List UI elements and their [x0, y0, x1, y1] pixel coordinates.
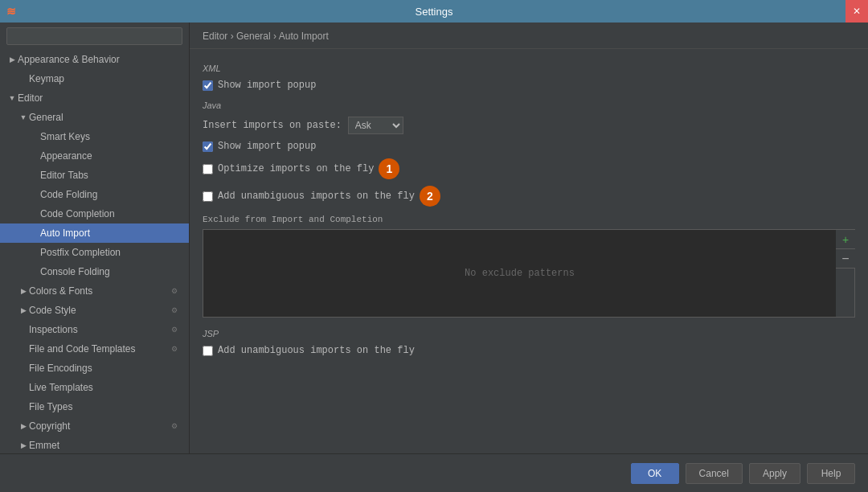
- window-title: Settings: [416, 6, 453, 18]
- search-box: [0, 23, 189, 50]
- java-section-label: Java: [203, 100, 855, 110]
- sidebar-label-colors-fonts: Colors & Fonts: [29, 284, 168, 298]
- bottom-bar: OK Cancel Apply Help: [0, 453, 868, 492]
- insert-imports-label: Insert imports on paste:: [203, 120, 342, 131]
- sidebar-label-appearance: Appearance: [40, 149, 182, 163]
- sidebar-item-code-style[interactable]: ▶Code Style⚙: [0, 301, 189, 320]
- sidebar-item-keymap[interactable]: Keymap: [0, 69, 189, 88]
- exclude-section: Exclude from Import and Completion No ex…: [203, 215, 855, 318]
- tree-arrow-editor: ▼: [6, 91, 18, 105]
- optimize-imports-row: Optimize imports on the fly 1: [203, 158, 855, 179]
- sidebar-label-smart-keys: Smart Keys: [40, 129, 182, 144]
- sidebar-item-console-folding[interactable]: Console Folding: [0, 262, 189, 281]
- remove-exclude-button[interactable]: −: [836, 249, 855, 269]
- exclude-label: Exclude from Import and Completion: [203, 215, 855, 224]
- tree-arrow-appearance-behavior: ▶: [6, 52, 18, 67]
- sidebar-label-file-encodings: File Encodings: [29, 361, 182, 375]
- sidebar-item-live-templates[interactable]: Live Templates: [0, 378, 189, 397]
- xml-show-import-row: Show import popup: [203, 80, 855, 91]
- apply-button[interactable]: Apply: [749, 463, 800, 484]
- java-show-import-row: Show import popup: [203, 141, 855, 152]
- sidebar-label-keymap: Keymap: [29, 72, 182, 86]
- title-bar: ≋ Settings ✕: [0, 0, 868, 23]
- app-logo: ≋: [6, 5, 16, 18]
- ok-button[interactable]: OK: [631, 463, 679, 484]
- sidebar-item-auto-import[interactable]: Auto Import: [0, 223, 189, 243]
- jsp-add-unambiguous-label: Add unambiguous imports on the fly: [218, 345, 415, 356]
- sidebar-item-appearance[interactable]: Appearance: [0, 146, 189, 166]
- add-exclude-button[interactable]: +: [836, 230, 855, 249]
- sidebar-label-inspections: Inspections: [29, 322, 168, 337]
- sidebar-label-code-completion: Code Completion: [40, 207, 182, 221]
- sidebar-label-code-folding: Code Folding: [40, 187, 182, 202]
- sidebar-item-general[interactable]: ▼General: [0, 108, 189, 127]
- tree-arrow-code-style: ▶: [18, 303, 29, 318]
- help-button[interactable]: Help: [807, 463, 855, 484]
- xml-section-label: XML: [203, 64, 855, 73]
- breadcrumb: Editor › General › Auto Import: [190, 23, 868, 49]
- sidebar-item-appearance-behavior[interactable]: ▶Appearance & Behavior: [0, 50, 189, 69]
- sidebar-item-emmet[interactable]: ▶Emmet: [0, 436, 189, 453]
- insert-imports-select[interactable]: Ask Always Never: [348, 117, 403, 134]
- sidebar-label-code-style: Code Style: [29, 303, 168, 318]
- jsp-add-unambiguous-row: Add unambiguous imports on the fly: [203, 345, 855, 356]
- close-button[interactable]: ✕: [845, 0, 868, 23]
- sidebar-item-editor-tabs[interactable]: Editor Tabs: [0, 166, 189, 185]
- sidebar-item-file-code-templates[interactable]: File and Code Templates⚙: [0, 339, 189, 359]
- jsp-section-label: JSP: [203, 329, 855, 338]
- search-input[interactable]: [6, 27, 182, 45]
- sidebar-label-console-folding: Console Folding: [40, 264, 182, 279]
- insert-imports-row: Insert imports on paste: Ask Always Neve…: [203, 117, 855, 134]
- sidebar-item-postfix-completion[interactable]: Postfix Completion: [0, 243, 189, 262]
- java-show-import-checkbox[interactable]: [203, 141, 213, 152]
- sidebar-item-smart-keys[interactable]: Smart Keys: [0, 127, 189, 146]
- cancel-button[interactable]: Cancel: [686, 463, 743, 484]
- sidebar-label-file-code-templates: File and Code Templates: [29, 342, 168, 356]
- settings-badge-copyright: ⚙: [168, 420, 181, 433]
- exclude-actions: + −: [836, 229, 855, 318]
- settings-badge-inspections: ⚙: [168, 323, 181, 336]
- callout-badge-1: 1: [379, 158, 399, 179]
- sidebar-tree: ▶Appearance & BehaviorKeymap▼Editor▼Gene…: [0, 50, 189, 453]
- add-unambiguous-checkbox[interactable]: [203, 191, 213, 202]
- sidebar-item-inspections[interactable]: Inspections⚙: [0, 320, 189, 339]
- sidebar-item-code-folding[interactable]: Code Folding: [0, 185, 189, 204]
- settings-badge-file-code-templates: ⚙: [168, 342, 181, 355]
- optimize-imports-checkbox[interactable]: [203, 164, 213, 174]
- callout-badge-2: 2: [420, 186, 440, 207]
- sidebar-item-copyright[interactable]: ▶Copyright⚙: [0, 416, 189, 436]
- sidebar-label-copyright: Copyright: [29, 419, 168, 433]
- add-unambiguous-row: Add unambiguous imports on the fly 2: [203, 186, 855, 207]
- sidebar-label-live-templates: Live Templates: [29, 380, 182, 395]
- xml-show-import-checkbox[interactable]: [203, 80, 213, 91]
- sidebar-label-appearance-behavior: Appearance & Behavior: [18, 52, 182, 67]
- sidebar-item-code-completion[interactable]: Code Completion: [0, 204, 189, 223]
- add-unambiguous-label: Add unambiguous imports on the fly: [218, 191, 415, 202]
- sidebar-item-colors-fonts[interactable]: ▶Colors & Fonts⚙: [0, 281, 189, 301]
- sidebar-item-file-encodings[interactable]: File Encodings: [0, 359, 189, 378]
- sidebar-label-file-types: File Types: [29, 400, 182, 414]
- exclude-list: No exclude patterns: [203, 229, 836, 318]
- jsp-add-unambiguous-checkbox[interactable]: [203, 346, 213, 356]
- sidebar-label-editor-tabs: Editor Tabs: [40, 168, 182, 182]
- sidebar-label-editor: Editor: [18, 91, 182, 105]
- tree-arrow-emmet: ▶: [18, 438, 29, 453]
- exclude-placeholder: No exclude patterns: [465, 268, 575, 279]
- settings-badge-colors-fonts: ⚙: [168, 285, 181, 297]
- tree-arrow-copyright: ▶: [18, 419, 29, 433]
- java-show-import-label: Show import popup: [218, 141, 316, 152]
- settings-badge-code-style: ⚙: [168, 304, 181, 317]
- sidebar-item-file-types[interactable]: File Types: [0, 397, 189, 416]
- tree-arrow-colors-fonts: ▶: [18, 284, 29, 298]
- exclude-box: No exclude patterns + −: [203, 229, 855, 318]
- sidebar: ▶Appearance & BehaviorKeymap▼Editor▼Gene…: [0, 23, 190, 453]
- optimize-imports-label: Optimize imports on the fly: [218, 163, 374, 174]
- sidebar-label-general: General: [29, 110, 182, 125]
- sidebar-label-postfix-completion: Postfix Completion: [40, 245, 182, 260]
- main-container: ▶Appearance & BehaviorKeymap▼Editor▼Gene…: [0, 23, 868, 453]
- xml-show-import-label: Show import popup: [218, 80, 316, 91]
- tree-arrow-general: ▼: [18, 110, 29, 125]
- sidebar-item-editor[interactable]: ▼Editor: [0, 88, 189, 108]
- settings-body: XML Show import popup Java Insert import…: [190, 49, 868, 374]
- sidebar-label-emmet: Emmet: [29, 438, 182, 453]
